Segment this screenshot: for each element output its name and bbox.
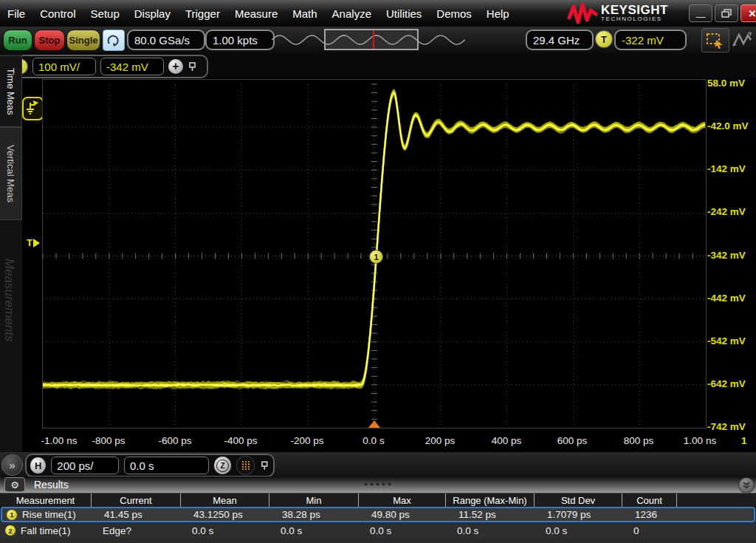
menu-utilities[interactable]: Utilities bbox=[379, 7, 429, 20]
channel-scale-box[interactable]: 100 mV/ bbox=[32, 58, 96, 75]
left-sidebar: Time Meas Vertical Meas Measurements bbox=[0, 53, 22, 452]
results-settings-button[interactable]: ⚙ bbox=[4, 477, 25, 492]
menu-demos[interactable]: Demos bbox=[429, 7, 479, 20]
results-panel-header[interactable]: ⚙ Results bbox=[0, 477, 756, 493]
x-axis-label: -400 ps bbox=[224, 435, 257, 446]
trigger-time-marker[interactable] bbox=[368, 420, 380, 428]
results-table-header: Measurement Current Mean Min Max Range (… bbox=[0, 493, 756, 508]
dotted-columns-icon bbox=[241, 460, 251, 471]
marker-gutter: T bbox=[22, 79, 42, 427]
timebase-scale-box[interactable]: 200 ps/ bbox=[51, 457, 119, 474]
menu-math[interactable]: Math bbox=[285, 7, 324, 20]
mean-value: 43.1250 ps bbox=[183, 509, 272, 520]
tab-vertical-meas[interactable]: Vertical Meas bbox=[0, 127, 22, 220]
channel-1-controls: 1 100 mV/ -342 mV + bbox=[6, 55, 208, 78]
y-axis-label: -342 mV bbox=[707, 250, 753, 261]
channel-1-edge-marker[interactable]: 1 bbox=[369, 250, 383, 264]
waveform-display[interactable]: 1 bbox=[42, 79, 707, 428]
keysight-logo: KEYSIGHT TECHNOLOGIES bbox=[567, 1, 688, 25]
column-header[interactable]: Max bbox=[359, 494, 446, 508]
stop-button[interactable]: Stop bbox=[34, 30, 65, 51]
y-axis-label: -242 mV bbox=[707, 206, 753, 217]
restore-icon bbox=[721, 9, 732, 18]
mean-value: 0.0 s bbox=[182, 525, 270, 536]
table-row-rise-time[interactable]: 1 Rise time(1) 41.45 ps 43.1250 ps 38.28… bbox=[1, 507, 755, 522]
zoom-select-tool-button[interactable] bbox=[701, 28, 729, 52]
x-axis-label: 400 ps bbox=[492, 435, 522, 446]
zoom-button[interactable]: Z bbox=[214, 457, 231, 474]
acquisition-toolbar: Run Stop Single 80.0 GSa/s 1.00 kpts 29.… bbox=[0, 27, 756, 53]
x-axis-label: 800 ps bbox=[624, 435, 654, 446]
menu-control[interactable]: Control bbox=[32, 7, 83, 20]
x-axis-label: 200 ps bbox=[425, 435, 456, 446]
measurement-name: Rise time(1) bbox=[22, 509, 76, 520]
collapse-results-button[interactable] bbox=[738, 477, 755, 494]
menu-help[interactable]: Help bbox=[479, 7, 517, 20]
column-header[interactable]: Range (Max-Min) bbox=[446, 494, 535, 508]
keysight-spark-icon bbox=[567, 1, 598, 25]
channel-number-corner: 1 bbox=[741, 435, 747, 446]
channel-offset-box[interactable]: -342 mV bbox=[100, 58, 164, 75]
menu-trigger[interactable]: Trigger bbox=[178, 7, 227, 20]
trigger-level-marker[interactable]: T bbox=[27, 237, 40, 248]
stddev-value: 0.0 s bbox=[535, 525, 623, 536]
trigger-preview-strip[interactable] bbox=[272, 29, 465, 51]
table-row-fall-time[interactable]: 2 Fall time(1) Edge? 0.0 s 0.0 s 0.0 s 0… bbox=[1, 523, 755, 538]
sample-rate-box[interactable]: 80.0 GSa/s bbox=[127, 30, 205, 50]
results-title: Results bbox=[34, 479, 69, 491]
channel-ground-marker[interactable] bbox=[22, 97, 44, 120]
trigger-level-box[interactable]: -322 mV bbox=[614, 30, 687, 50]
menu-display[interactable]: Display bbox=[127, 7, 178, 20]
waveform-pan-tool-button[interactable] bbox=[729, 28, 755, 51]
trigger-level-letter: T bbox=[27, 237, 32, 248]
results-table: Measurement Current Mean Min Max Range (… bbox=[0, 493, 756, 543]
pin-icon[interactable] bbox=[260, 460, 269, 471]
measurement-2-badge: 2 bbox=[5, 525, 16, 536]
panel-drag-handle[interactable] bbox=[365, 483, 391, 485]
column-header[interactable]: Current bbox=[92, 494, 181, 508]
y-axis-label: 58.0 mV bbox=[707, 78, 753, 89]
tab-time-meas[interactable]: Time Meas bbox=[0, 55, 22, 127]
segmented-memory-button[interactable] bbox=[236, 456, 255, 475]
menu-measure[interactable]: Measure bbox=[227, 7, 285, 20]
oscilloscope-app: File Control Setup Display Trigger Measu… bbox=[0, 0, 756, 543]
touch-button[interactable] bbox=[103, 30, 125, 51]
bandwidth-box[interactable]: 29.4 GHz bbox=[526, 30, 594, 50]
trigger-badge[interactable]: T bbox=[595, 30, 613, 48]
add-channel-button[interactable]: + bbox=[168, 59, 183, 74]
x-axis-label: 600 ps bbox=[557, 435, 588, 446]
min-value: 38.28 ps bbox=[272, 509, 361, 520]
sample-rate-value: 80.0 GSa/s bbox=[134, 34, 190, 47]
single-button[interactable]: Single bbox=[66, 30, 100, 51]
y-axis-label: -642 mV bbox=[707, 378, 753, 389]
minimize-button[interactable]: — bbox=[689, 4, 712, 22]
column-header[interactable]: Mean bbox=[181, 494, 269, 508]
y-axis-label: -142 mV bbox=[707, 163, 753, 174]
expand-panel-button[interactable]: » bbox=[1, 454, 23, 476]
memory-depth-box[interactable]: 1.00 kpts bbox=[205, 30, 275, 50]
measurement-cell: 2 Fall time(1) bbox=[1, 525, 92, 536]
column-header[interactable]: Min bbox=[269, 494, 359, 508]
count-value: 0 bbox=[623, 525, 678, 536]
column-header-filler bbox=[677, 494, 756, 508]
y-axis-label: -442 mV bbox=[707, 293, 753, 304]
measurement-cell: 1 Rise time(1) bbox=[2, 509, 94, 520]
restore-button[interactable] bbox=[715, 4, 738, 22]
run-button[interactable]: Run bbox=[3, 30, 32, 51]
trigger-level-arrow-icon bbox=[33, 239, 40, 247]
column-header[interactable]: Count bbox=[622, 494, 677, 508]
min-value: 0.0 s bbox=[270, 525, 360, 536]
column-header[interactable]: Std Dev bbox=[535, 494, 622, 508]
timebase-position-box[interactable]: 0.0 s bbox=[124, 457, 209, 474]
column-header[interactable]: Measurement bbox=[0, 494, 92, 508]
measurement-1-badge: 1 bbox=[7, 510, 17, 520]
pin-icon[interactable] bbox=[188, 61, 197, 72]
menu-analyze[interactable]: Analyze bbox=[325, 7, 379, 20]
horizontal-badge[interactable]: H bbox=[30, 457, 46, 474]
x-axis-label: -1.00 ns bbox=[41, 435, 78, 446]
channel-offset-value: -342 mV bbox=[106, 61, 148, 73]
close-button[interactable]: ✕ bbox=[740, 4, 756, 22]
menu-file[interactable]: File bbox=[0, 7, 32, 20]
menu-setup[interactable]: Setup bbox=[83, 7, 127, 20]
y-axis-label: -542 mV bbox=[707, 335, 753, 346]
